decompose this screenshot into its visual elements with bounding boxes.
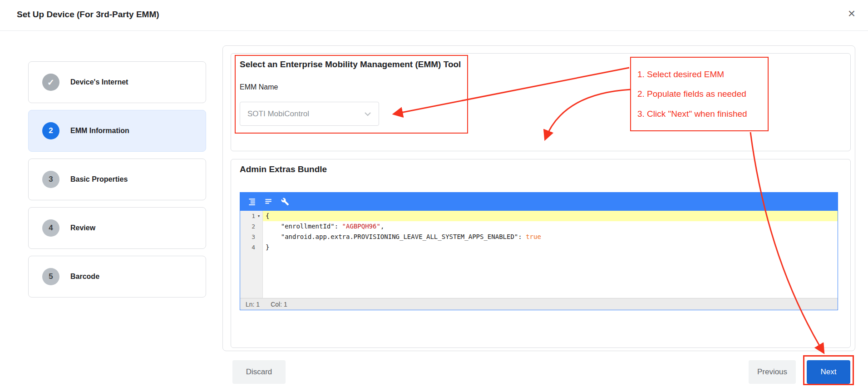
- gutter-line: 3: [240, 232, 262, 242]
- code-line-4: }: [263, 242, 838, 253]
- format-icon[interactable]: [246, 195, 259, 208]
- gutter-line: 1 ▾: [240, 211, 262, 221]
- close-icon[interactable]: ×: [843, 5, 860, 22]
- gutter-line: 4: [240, 242, 262, 253]
- step-label: Basic Properties: [70, 175, 128, 184]
- discard-button[interactable]: Discard: [232, 360, 286, 384]
- step-label: EMM Information: [70, 127, 129, 135]
- gutter-line: 2: [240, 221, 262, 232]
- status-col: Col: 1: [271, 301, 287, 308]
- step-label: Barcode: [70, 273, 99, 281]
- line-number: 4: [252, 244, 255, 251]
- check-icon: ✓: [42, 74, 59, 91]
- status-line: Ln: 1: [246, 301, 260, 308]
- header-divider: [0, 30, 868, 31]
- code-token: :: [518, 233, 526, 240]
- json-editor: 1 ▾ 2 3 4 { "enrollmentId": "A: [240, 192, 838, 310]
- json-editor-toolbar: [240, 193, 838, 211]
- step-number-badge: 2: [42, 122, 59, 139]
- code-line-1: {: [263, 211, 838, 221]
- code-token: [266, 223, 281, 230]
- wizard-stepper: ✓ Device's Internet 2 EMM Information 3 …: [28, 61, 206, 304]
- emm-name-select[interactable]: SOTI MobiControl: [240, 102, 379, 126]
- line-number: 2: [252, 223, 255, 230]
- page-title: Set Up Device (For 3rd-Party EMM): [17, 10, 159, 20]
- fold-caret-icon[interactable]: ▾: [255, 213, 262, 219]
- code-token: [266, 233, 281, 240]
- line-number: 3: [252, 233, 255, 240]
- previous-button[interactable]: Previous: [749, 360, 796, 384]
- step-label: Device's Internet: [70, 78, 128, 86]
- annotation-step-1: 1. Select desired EMM: [637, 69, 761, 79]
- step-number-badge: 3: [42, 171, 59, 188]
- code-token: :: [335, 223, 342, 230]
- code-line-3: "android.app.extra.PROVISIONING_LEAVE_AL…: [263, 232, 838, 242]
- annotation-step-3: 3. Click "Next" when finished: [637, 109, 761, 119]
- editor-code-area[interactable]: { "enrollmentId": "AGBPQH96", "android.a…: [263, 211, 838, 298]
- step-item-devices-internet[interactable]: ✓ Device's Internet: [28, 61, 206, 103]
- code-token: "enrollmentId": [281, 223, 335, 230]
- step-number-badge: 4: [42, 219, 59, 237]
- setup-device-modal: Set Up Device (For 3rd-Party EMM) × ✓ De…: [0, 0, 868, 387]
- admin-extras-heading: Admin Extras Bundle: [240, 164, 327, 174]
- step-item-review[interactable]: 4 Review: [28, 207, 206, 249]
- annotation-instructions-box: 1. Select desired EMM 2. Populate fields…: [630, 57, 769, 131]
- line-number: 1: [252, 213, 255, 219]
- next-button[interactable]: Next: [807, 360, 850, 384]
- code-token: {: [266, 212, 269, 219]
- code-line-2: "enrollmentId": "AGBPQH96",: [263, 221, 838, 232]
- code-token: "android.app.extra.PROVISIONING_LEAVE_AL…: [281, 233, 518, 240]
- code-token: ,: [380, 223, 384, 230]
- annotation-step-2: 2. Populate fields as needed: [637, 89, 761, 99]
- emm-section-heading: Select an Enterprise Mobility Management…: [240, 60, 461, 69]
- editor-gutter: 1 ▾ 2 3 4: [240, 211, 263, 298]
- emm-name-label: EMM Name: [240, 83, 278, 91]
- step-item-basic-properties[interactable]: 3 Basic Properties: [28, 159, 206, 200]
- code-token: }: [266, 243, 269, 251]
- chevron-down-icon: [364, 112, 371, 116]
- code-token: "AGBPQH96": [342, 223, 380, 230]
- json-editor-body[interactable]: 1 ▾ 2 3 4 { "enrollmentId": "A: [240, 211, 838, 298]
- step-item-barcode[interactable]: 5 Barcode: [28, 256, 206, 298]
- step-label: Review: [70, 224, 95, 232]
- compact-icon[interactable]: [262, 195, 276, 208]
- code-token: true: [526, 233, 541, 240]
- step-number-badge: 5: [42, 268, 59, 285]
- emm-selected-value: SOTI MobiControl: [247, 109, 364, 119]
- repair-icon[interactable]: [278, 195, 292, 208]
- step-item-emm-information[interactable]: 2 EMM Information: [28, 110, 206, 152]
- editor-status-bar: Ln: 1 Col: 1: [240, 298, 838, 310]
